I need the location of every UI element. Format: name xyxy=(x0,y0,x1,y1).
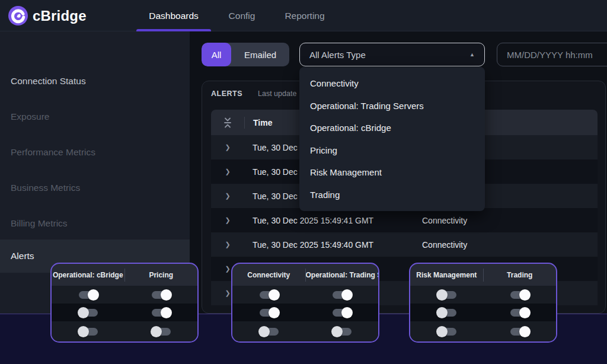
menu-item-operational-trading-servers[interactable]: Operational: Trading Servers xyxy=(299,95,485,117)
toggle-switch[interactable] xyxy=(152,328,171,336)
cbridge-logo-icon xyxy=(8,6,28,25)
panel-column-label: Trading xyxy=(484,271,557,279)
sidebar-item-connection-status[interactable]: Connection Status xyxy=(0,65,190,98)
tab-dashboards[interactable]: Dashboards xyxy=(136,0,211,31)
tab-reporting[interactable]: Reporting xyxy=(274,0,336,31)
toggle-switch[interactable] xyxy=(437,291,456,299)
alert-row[interactable]: ❯ Tue, 30 Dec 2025 15:49:40 GMT Connecti… xyxy=(211,232,598,257)
toggle-switch[interactable] xyxy=(510,309,529,317)
tab-config-label: Config xyxy=(229,11,255,21)
toggle-switch[interactable] xyxy=(437,328,456,336)
toggle-switch[interactable] xyxy=(152,291,171,299)
alert-filter-segmented-control: All Emailed xyxy=(202,43,289,66)
app-root: cBridge Dashboards Config Reporting Conn… xyxy=(0,0,607,364)
toggle-panel-connectivity-trading-servers: Connectivity Operational: Trading Ser... xyxy=(231,263,379,343)
top-navigation-bar: cBridge Dashboards Config Reporting xyxy=(0,0,607,31)
alert-type-select[interactable]: All Alerts Type ▲ xyxy=(299,43,485,66)
toggle-switch[interactable] xyxy=(333,291,352,299)
filter-all-button[interactable]: All xyxy=(202,43,231,66)
expand-row-icon[interactable]: ❯ xyxy=(211,143,244,151)
alerts-last-update-label: Last update xyxy=(258,90,296,98)
menu-item-pricing[interactable]: Pricing xyxy=(299,139,485,162)
alert-row[interactable]: ❯ Tue, 30 Dec 2025 15:49:41 GMT Connecti… xyxy=(211,208,598,232)
active-tab-underline xyxy=(136,29,211,31)
tab-config[interactable]: Config xyxy=(219,0,264,31)
time-column-header[interactable]: Time xyxy=(245,118,272,127)
expand-row-icon[interactable]: ❯ xyxy=(211,216,244,224)
cbridge-logo[interactable]: cBridge xyxy=(8,6,87,25)
toggle-switch[interactable] xyxy=(79,309,98,317)
datetime-input[interactable] xyxy=(497,43,607,66)
sidebar-item-business-metrics[interactable]: Business Metrics xyxy=(0,171,190,205)
panel-column-label: Risk Management xyxy=(410,271,483,279)
alert-type-dropdown-menu: Connectivity Operational: Trading Server… xyxy=(299,67,485,211)
expand-row-icon[interactable]: ❯ xyxy=(211,241,244,248)
panel-column-label: Connectivity xyxy=(232,271,305,279)
chevron-up-icon: ▲ xyxy=(469,52,475,58)
sidebar-item-performance-metrics[interactable]: Performance Metrics xyxy=(0,136,190,169)
alerts-title: ALERTS xyxy=(211,90,242,98)
toggle-switch[interactable] xyxy=(79,291,98,299)
toggle-switch[interactable] xyxy=(79,328,98,336)
toggle-switch[interactable] xyxy=(510,328,529,336)
toggle-switch[interactable] xyxy=(333,328,352,336)
logo-text: cBridge xyxy=(33,8,87,24)
collapse-all-icon[interactable] xyxy=(211,117,244,129)
sidebar-item-billing-metrics[interactable]: Billing Metrics xyxy=(0,207,190,240)
menu-item-connectivity[interactable]: Connectivity xyxy=(299,72,485,95)
toggle-switch[interactable] xyxy=(260,291,279,299)
toggle-switch[interactable] xyxy=(510,291,529,299)
menu-item-risk-management[interactable]: Risk Management xyxy=(299,161,485,184)
toggle-switch[interactable] xyxy=(260,328,279,336)
panel-column-label: Operational: Trading Ser... xyxy=(306,271,379,279)
panel-column-label: Pricing xyxy=(125,271,198,279)
sidebar-item-exposure[interactable]: Exposure xyxy=(0,100,190,133)
toggle-switch[interactable] xyxy=(333,309,352,317)
toggle-switch[interactable] xyxy=(152,309,171,317)
toggle-panel-risk-management-trading: Risk Management Trading xyxy=(409,263,557,343)
menu-item-trading[interactable]: Trading xyxy=(299,184,485,206)
panel-column-label: Operational: cBridge xyxy=(52,271,124,279)
menu-item-operational-cbridge[interactable]: Operational: cBridge xyxy=(299,117,485,139)
expand-row-icon[interactable]: ❯ xyxy=(211,192,244,200)
toggle-switch[interactable] xyxy=(437,309,456,317)
alert-type-select-value: All Alerts Type xyxy=(309,50,469,60)
toggle-panel-operational-cbridge-pricing: Operational: cBridge Pricing xyxy=(50,263,199,343)
tab-reporting-label: Reporting xyxy=(285,11,324,21)
alerts-card-header: ALERTS Last update xyxy=(211,90,296,98)
toggle-switch[interactable] xyxy=(260,309,279,317)
tab-dashboards-label: Dashboards xyxy=(149,11,199,21)
filter-emailed-button[interactable]: Emailed xyxy=(231,43,289,66)
expand-row-icon[interactable]: ❯ xyxy=(211,168,244,175)
